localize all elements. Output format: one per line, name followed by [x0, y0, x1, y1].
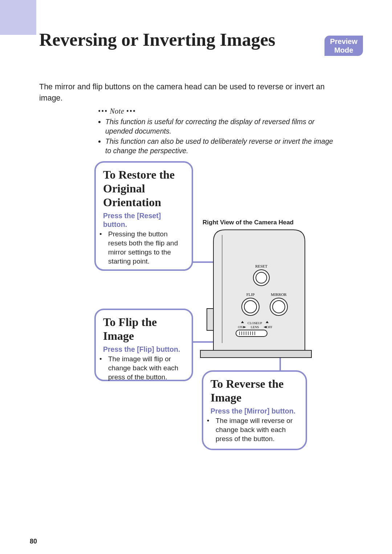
svg-rect-1	[207, 309, 213, 330]
callout-reverse-subtitle: Press the [Mirror] button.	[211, 407, 299, 415]
callout-restore-title: To Restore the Original Orientation	[103, 168, 185, 209]
note-item: This function can also be used to delibe…	[105, 137, 334, 155]
note-list: This function is useful for correcting t…	[98, 117, 334, 155]
callout-flip: To Flip the Image Press the [Flip] butto…	[94, 309, 193, 381]
lens-label: LENS	[251, 325, 259, 329]
note-dots-right: •••	[126, 107, 136, 115]
flip-button-label: FLIP	[246, 292, 255, 297]
note-block: ••• Note ••• This function is useful for…	[98, 107, 334, 156]
reset-button-label: RESET	[255, 264, 268, 268]
intro-text: The mirror and flip buttons on the camer…	[39, 81, 340, 104]
mode-badge-line2: Mode	[327, 46, 360, 54]
note-item: This function is useful for correcting t…	[105, 117, 334, 136]
callout-flip-subtitle: Press the [Flip] button.	[103, 345, 185, 354]
callout-restore-subtitle: Press the [Reset] button.	[103, 211, 185, 229]
svg-rect-0	[200, 350, 311, 358]
off-label: OFF	[266, 325, 273, 329]
page-title: Reversing or Inverting Images	[39, 29, 293, 50]
closeup-label: CLOSEUP	[248, 321, 262, 325]
callout-restore: To Restore the Original Orientation Pres…	[94, 161, 193, 271]
callout-reverse-body: •The image will reverse or change back w…	[211, 416, 299, 443]
svg-point-6	[244, 301, 257, 313]
camera-head-diagram: RESET FLIP MIRROR CLOSEUP LENS ON OFF	[200, 227, 312, 361]
mode-badge-line1: Preview	[327, 37, 360, 46]
svg-rect-9	[236, 330, 267, 337]
diagram-caption: Right View of the Camera Head	[203, 219, 294, 226]
svg-point-4	[256, 272, 267, 283]
mirror-button-label: MIRROR	[271, 292, 287, 297]
svg-point-8	[273, 301, 285, 313]
callout-reverse-title: To Reverse the Image	[211, 377, 299, 404]
note-heading-text: Note	[110, 107, 124, 115]
mode-badge: Preview Mode	[324, 36, 363, 56]
callout-reverse: To Reverse the Image Press the [Mirror] …	[202, 370, 307, 450]
callout-flip-title: To Flip the Image	[103, 315, 185, 343]
on-label: ON	[238, 325, 243, 329]
page-edge-tab	[0, 0, 36, 35]
callout-flip-body: •The image will flip or change back with…	[103, 354, 185, 382]
note-heading: ••• Note •••	[98, 107, 334, 115]
page-number: 80	[30, 538, 37, 545]
callout-restore-body: •Pressing the button resets both the fli…	[103, 229, 185, 266]
note-dots-left: •••	[98, 107, 108, 115]
